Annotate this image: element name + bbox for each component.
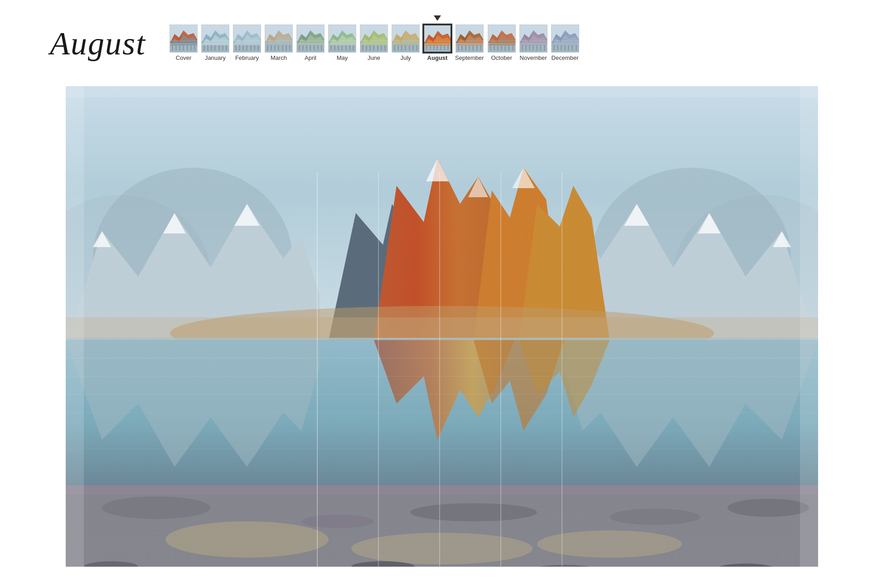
- month-label-april: April: [305, 54, 316, 61]
- calendar-dots-january: [203, 45, 228, 50]
- month-label-may: May: [337, 54, 348, 61]
- month-item-june[interactable]: June: [358, 24, 390, 62]
- month-item-december[interactable]: December: [549, 24, 581, 62]
- calendar-dots-august: [425, 45, 450, 50]
- month-item-january[interactable]: January: [199, 24, 231, 62]
- calendar-dots-february: [234, 45, 260, 50]
- page-title: August: [50, 25, 146, 62]
- month-label-february: February: [235, 54, 259, 61]
- month-thumbnail-february: [233, 24, 261, 53]
- month-thumbnail-march: [265, 24, 293, 53]
- month-item-november[interactable]: November: [518, 24, 549, 62]
- svg-rect-142: [800, 86, 818, 567]
- calendar-dots-july: [393, 45, 418, 50]
- month-label-january: January: [205, 54, 226, 61]
- svg-rect-140: [66, 86, 818, 567]
- month-thumbnail-june: [360, 24, 388, 53]
- month-label-june: June: [368, 54, 380, 61]
- month-thumbnail-november: [519, 24, 548, 53]
- month-item-july[interactable]: July: [390, 24, 422, 62]
- calendar-dots-april: [298, 45, 323, 50]
- main-artwork: [66, 86, 818, 567]
- title-area: August: [50, 25, 146, 63]
- month-thumbnail-july: [392, 24, 420, 53]
- month-item-april[interactable]: April: [295, 24, 326, 62]
- month-label-cover: Cover: [176, 54, 192, 61]
- month-thumbnail-october: [488, 24, 516, 53]
- month-thumbnail-january: [201, 24, 229, 53]
- month-item-october[interactable]: October: [486, 24, 518, 62]
- calendar-dots-november: [521, 45, 546, 50]
- calendar-dots-december: [552, 45, 578, 50]
- month-item-march[interactable]: March: [263, 24, 295, 62]
- calendar-dots-october: [489, 45, 514, 50]
- calendar-dots-march: [266, 45, 291, 50]
- calendar-dots-cover: [171, 45, 196, 50]
- svg-rect-141: [66, 86, 84, 567]
- month-label-march: March: [271, 54, 287, 61]
- month-label-august: August: [427, 54, 448, 61]
- month-item-september[interactable]: September: [453, 24, 486, 62]
- month-thumbnail-september: [456, 24, 484, 53]
- month-item-august[interactable]: August: [422, 24, 453, 62]
- month-label-october: October: [491, 54, 512, 61]
- month-thumbnail-cover: [170, 24, 198, 53]
- month-label-december: December: [552, 54, 579, 61]
- month-thumbnail-august: [423, 24, 451, 53]
- month-label-november: November: [520, 54, 547, 61]
- month-thumbnail-may: [328, 24, 356, 53]
- calendar-dots-may: [330, 45, 355, 50]
- calendar-dots-june: [361, 45, 387, 50]
- month-strip: Cover January February March April May: [168, 24, 581, 62]
- month-item-may[interactable]: May: [326, 24, 358, 62]
- month-thumbnail-december: [551, 24, 579, 53]
- svg-rect-143: [66, 86, 818, 97]
- month-label-july: July: [400, 54, 411, 61]
- month-label-september: September: [455, 54, 484, 61]
- month-item-cover[interactable]: Cover: [168, 24, 199, 62]
- month-item-february[interactable]: February: [231, 24, 263, 62]
- month-thumbnail-april: [296, 24, 325, 53]
- calendar-dots-september: [457, 45, 482, 50]
- active-month-arrow: [434, 15, 441, 21]
